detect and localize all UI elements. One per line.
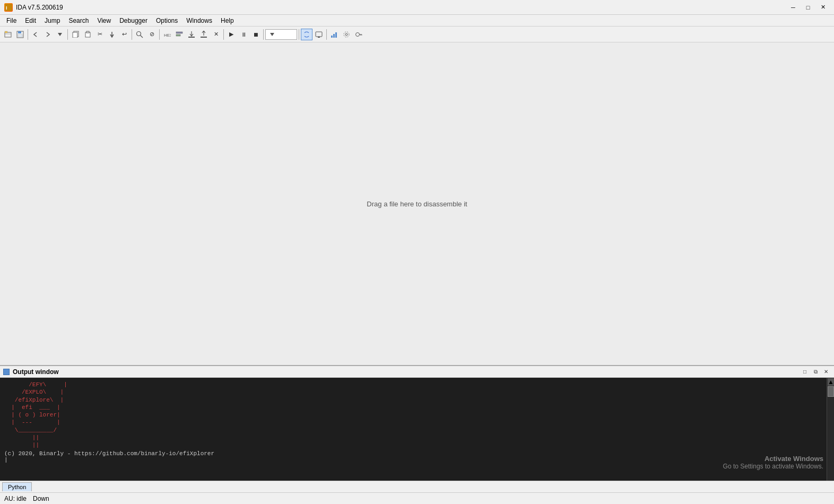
menu-help[interactable]: Help — [216, 16, 238, 25]
menu-view[interactable]: View — [93, 16, 115, 25]
svg-rect-15 — [176, 34, 180, 36]
svg-rect-3 — [5, 31, 7, 33]
drop-hint-text: Drag a file here to disassemble it — [367, 200, 467, 208]
toolbar-settings-button[interactable] — [341, 29, 352, 40]
toolbar-hex-button[interactable]: HEX — [161, 29, 173, 40]
output-maximize-button[interactable]: □ — [800, 368, 810, 376]
output-header-controls: □ ⧉ ✕ — [800, 368, 831, 376]
menu-edit[interactable]: Edit — [21, 16, 40, 25]
output-header-left: Output window — [3, 368, 59, 376]
output-window-title: Output window — [13, 368, 59, 376]
svg-rect-6 — [18, 34, 22, 37]
toolbar-run-button[interactable]: ▶ — [225, 29, 237, 40]
menu-options[interactable]: Options — [152, 16, 182, 25]
toolbar-save-button[interactable] — [14, 29, 26, 40]
maximize-button[interactable]: □ — [801, 3, 815, 12]
svg-rect-10 — [86, 31, 89, 33]
menu-debugger[interactable]: Debugger — [115, 16, 152, 25]
tab-python[interactable]: Python — [2, 482, 32, 491]
menu-file[interactable]: File — [2, 16, 21, 25]
svg-line-12 — [141, 35, 143, 38]
toolbar-paste-button[interactable] — [82, 29, 93, 40]
svg-rect-21 — [335, 32, 337, 38]
toolbar-exports-button[interactable] — [198, 29, 210, 40]
status-au: AU: idle — [4, 495, 27, 502]
toolbar-sep-3 — [132, 29, 132, 40]
title-bar-left: I IDA v7.5.200619 — [4, 3, 63, 12]
main-area[interactable]: Drag a file here to disassemble it — [0, 42, 834, 365]
app-icon: I — [4, 3, 13, 12]
svg-rect-14 — [176, 32, 183, 33]
menu-windows[interactable]: Windows — [182, 16, 216, 25]
output-cursor-line: | — [4, 457, 830, 463]
toolbar-sep-6 — [263, 29, 264, 40]
output-scrollbar[interactable]: ▲ — [827, 378, 834, 481]
toolbar-key-button[interactable] — [353, 29, 364, 40]
output-window-icon — [3, 369, 10, 375]
output-close-button[interactable]: ✕ — [821, 368, 831, 376]
toolbar-cancel-search-button[interactable]: ⊘ — [146, 29, 158, 40]
toolbar-sep-7 — [299, 29, 299, 40]
activate-windows-line1: Activate Windows — [723, 455, 823, 463]
status-direction: Down — [33, 495, 49, 502]
activate-windows-notice: Activate Windows Go to Settings to activ… — [723, 455, 823, 470]
minimize-button[interactable]: ─ — [786, 3, 800, 12]
toolbar-cut-button[interactable]: ✂ — [94, 29, 106, 40]
menu-jump[interactable]: Jump — [40, 16, 64, 25]
toolbar-down-button[interactable] — [106, 29, 118, 40]
output-section: Output window □ ⧉ ✕ /EFY\ | /EXPLO\ | /e… — [0, 365, 834, 492]
toolbar-screen-button[interactable] — [313, 29, 325, 40]
toolbar-close-view-button[interactable]: ✕ — [210, 29, 222, 40]
toolbar-sep-2 — [67, 29, 68, 40]
svg-point-22 — [345, 33, 348, 36]
toolbar-sep-5 — [223, 29, 224, 40]
toolbar-copy-button[interactable] — [70, 29, 81, 40]
svg-rect-20 — [333, 34, 335, 38]
toolbar-undo-button[interactable]: ↩ — [118, 29, 130, 40]
toolbar-imports-button[interactable] — [186, 29, 197, 40]
toolbar-sync-button[interactable] — [301, 29, 312, 40]
activate-windows-line2: Go to Settings to activate Windows. — [723, 463, 823, 470]
output-copyright-text: (c) 2020, Binarly - https://github.com/b… — [4, 450, 830, 457]
toolbar-graph-button[interactable] — [328, 29, 340, 40]
close-button[interactable]: ✕ — [816, 3, 830, 12]
output-header: Output window □ ⧉ ✕ — [0, 366, 834, 378]
window-controls: ─ □ ✕ — [786, 3, 830, 12]
status-bar: AU: idle Down — [0, 492, 834, 504]
toolbar-back-button[interactable] — [30, 29, 41, 40]
toolbar-sep-4 — [159, 29, 160, 40]
menu-search[interactable]: Search — [64, 16, 93, 25]
toolbar-open-button[interactable] — [2, 29, 14, 40]
toolbar-segments-button[interactable] — [173, 29, 185, 40]
svg-rect-18 — [316, 32, 322, 37]
toolbar-forward-button[interactable] — [42, 29, 54, 40]
svg-rect-16 — [188, 37, 195, 38]
toolbar: ✂ ↩ ⊘ HEX ✕ ▶ ⏸ ⏹ — [0, 27, 834, 42]
svg-point-24 — [356, 32, 360, 36]
title-bar: I IDA v7.5.200619 ─ □ ✕ — [0, 0, 834, 15]
toolbar-sep-1 — [28, 29, 28, 40]
toolbar-nav-dropdown[interactable] — [54, 29, 66, 40]
toolbar-stop-button[interactable]: ⏹ — [250, 29, 262, 40]
svg-rect-2 — [5, 32, 11, 37]
scroll-up-arrow[interactable]: ▲ — [828, 378, 834, 386]
tab-bar: Python — [0, 481, 834, 492]
svg-text:I: I — [6, 5, 7, 11]
output-content[interactable]: /EFY\ | /EXPLO\ | /efiXplore\ | | efi __… — [0, 378, 834, 481]
toolbar-pause-button[interactable]: ⏸ — [238, 29, 249, 40]
menu-bar: File Edit Jump Search View Debugger Opti… — [0, 15, 834, 27]
svg-rect-5 — [18, 31, 21, 33]
svg-point-11 — [137, 31, 141, 36]
scroll-thumb[interactable] — [828, 386, 834, 397]
debugger-dropdown[interactable] — [265, 29, 297, 40]
output-float-button[interactable]: ⧉ — [811, 368, 820, 376]
toolbar-sep-8 — [326, 29, 327, 40]
ascii-art-logo: /EFY\ | /EXPLO\ | /efiXplore\ | | efi __… — [4, 381, 830, 449]
svg-rect-8 — [73, 32, 77, 38]
svg-text:HEX: HEX — [164, 33, 171, 38]
svg-rect-19 — [331, 36, 333, 38]
window-title: IDA v7.5.200619 — [16, 4, 63, 11]
svg-point-23 — [344, 32, 349, 37]
toolbar-search-button[interactable] — [134, 29, 145, 40]
svg-rect-17 — [201, 37, 207, 38]
